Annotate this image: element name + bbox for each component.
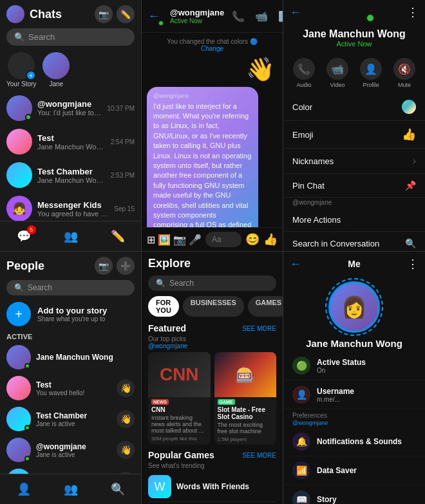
people-avatar-testchamber — [6, 407, 31, 431]
chat-info: @wongmjane You: I'd just like to interje… — [37, 99, 102, 117]
your-story-item[interactable]: + Your Story — [6, 52, 36, 88]
active-status-value: On — [317, 367, 416, 374]
news-badge: NEWS — [151, 399, 169, 405]
user-avatar[interactable] — [6, 5, 24, 23]
online-dot — [24, 363, 30, 369]
wave-button[interactable]: 👋 — [117, 441, 135, 459]
add-story-title: Add to your story — [37, 306, 107, 315]
nav-chat-icon[interactable]: 💬 5 — [14, 227, 33, 246]
people-search[interactable]: 🔍 Search — [6, 280, 135, 295]
ps-me-label: Me — [348, 259, 360, 269]
chat-input-box[interactable]: Aa — [205, 232, 241, 247]
wave-button[interactable]: 👋 — [117, 379, 135, 397]
people-nav-people[interactable]: 👥 — [61, 480, 80, 499]
chat-window-actions: 📞 📹 ℹ️ — [229, 7, 283, 25]
profile-back-icon[interactable]: ← — [290, 6, 301, 19]
chat-name: Test — [37, 133, 106, 143]
grid-icon[interactable]: ⊞ — [147, 234, 155, 246]
menu-emoji[interactable]: Emoji 👍 — [283, 121, 425, 149]
jane-story-item[interactable]: Jane — [42, 52, 70, 88]
card-cnn[interactable]: CNN NEWS CNN Instant breaking news alert… — [148, 352, 211, 445]
game-item-words[interactable]: W Words With Friends — [148, 472, 276, 502]
people-camera-icon[interactable]: 📷 — [95, 257, 113, 275]
chats-panel: Chats 📷 ✏️ 🔍 Search + Your Story Jane @w… — [0, 0, 142, 251]
camera-icon[interactable]: 📷 — [95, 5, 113, 23]
mic-icon[interactable]: 🎤 — [189, 234, 202, 246]
video-icon[interactable]: 📹 — [252, 7, 270, 25]
menu-color[interactable]: Color — [283, 93, 425, 121]
people-item-test[interactable]: Test You waved hello! 👋 — [0, 373, 141, 404]
story-icon: 📖 — [292, 490, 310, 504]
camera-btn-icon[interactable]: 📷 — [173, 234, 186, 246]
profile-icon: 👤 — [360, 58, 382, 80]
people-nav-search[interactable]: 🔍 — [108, 480, 128, 499]
mute-action[interactable]: 🔇 Mute — [393, 58, 415, 88]
nav-compose-icon[interactable]: ✏️ — [108, 227, 128, 246]
tab-for-you[interactable]: FOR YOU — [148, 296, 179, 317]
people-item-testchamber[interactable]: Test Chamber Jane is active 👋 — [0, 404, 141, 434]
data-saver-label: Data Saver — [317, 466, 416, 475]
nav-people-icon[interactable]: 👥 — [61, 227, 80, 246]
video-action[interactable]: 📹 Video — [326, 58, 348, 88]
notifications-item[interactable]: 🔔 Notifications & Sounds — [283, 427, 425, 456]
tab-businesses[interactable]: BUSINESSES — [183, 296, 244, 317]
people-bottom-nav: 👤 👥 🔍 — [0, 474, 141, 504]
menu-search[interactable]: Search in Conversation 🔍 — [283, 232, 425, 251]
chat-window-header: ← @wongmjane Active Now 📞 📹 ℹ️ — [142, 0, 283, 33]
emoji-input-icon[interactable]: 😊 — [245, 232, 260, 247]
username-info: Username m.me/... — [317, 387, 416, 403]
wave-button[interactable]: 👋 — [117, 410, 135, 428]
ps-back-btn[interactable]: ← — [290, 257, 301, 271]
audio-icon: 📞 — [293, 58, 315, 80]
color-label: Color — [292, 102, 312, 112]
people-add-icon[interactable]: ➕ — [117, 257, 135, 275]
people-item-testchamber2[interactable]: Test Chamber Jane is active 👋 — [0, 465, 141, 474]
people-header: People 📷 ➕ — [0, 252, 141, 277]
menu-nicknames[interactable]: Nicknames › — [283, 149, 425, 174]
received-message: @wongmjane I'd just like to interject fo… — [147, 87, 258, 227]
people-nav-profile[interactable]: 👤 — [14, 480, 33, 499]
featured-subtitle: Our top picks @wongmjane — [148, 335, 276, 350]
story-add-btn: + — [26, 70, 36, 80]
explore-title: Explore — [148, 257, 191, 270]
chat-item-wongmjane-1[interactable]: @wongmjane You: I'd just like to interje… — [0, 91, 141, 125]
chat-time: 10:37 PM — [107, 105, 135, 112]
story-item[interactable]: 📖 Story — [283, 485, 425, 504]
explore-search[interactable]: 🔍 Search — [148, 275, 276, 291]
cnn-badge-row: NEWS — [148, 397, 211, 406]
call-icon[interactable]: 📞 — [229, 7, 247, 25]
info-icon[interactable]: ℹ️ — [276, 7, 283, 25]
chat-item-messenger-kids[interactable]: 👧 Messenger Kids You agreed to have Mess… — [0, 192, 141, 221]
image-icon[interactable]: 🖼️ — [158, 234, 171, 246]
data-saver-item[interactable]: 📶 Data Saver — [283, 456, 425, 485]
people-panel: People 📷 ➕ 🔍 Search + Add to your story … — [0, 251, 142, 504]
profile-action[interactable]: 👤 Profile — [360, 58, 382, 88]
tab-games[interactable]: GAMES — [248, 296, 283, 317]
people-avatar-test — [6, 376, 31, 400]
people-item-jane[interactable]: Jane Manchun Wong — [0, 342, 141, 373]
more-icon[interactable]: ⋮ — [407, 5, 419, 19]
slot-card-image: 🎰 — [214, 352, 277, 397]
chats-search[interactable]: 🔍 Search — [6, 28, 135, 46]
chat-item-test[interactable]: Test Jane Manchun Wong sent an actio... … — [0, 125, 141, 158]
card-slot[interactable]: 🎰 GAME Slot Mate - Free Slot Casino The … — [214, 352, 277, 445]
people-info: Jane Manchun Wong — [36, 353, 135, 362]
people-item-wongmjane[interactable]: @wongmjane Jane is active 👋 — [0, 434, 141, 465]
menu-pin-chat[interactable]: Pin Chat 📌 — [283, 174, 425, 198]
chat-item-testchamber-1[interactable]: Test Chamber Jane Manchun Wong sent an a… — [0, 158, 141, 192]
ps-more-icon[interactable]: ⋮ — [407, 257, 419, 271]
featured-see-more[interactable]: SEE MORE — [242, 325, 276, 332]
people-info: @wongmjane Jane is active — [36, 442, 111, 458]
add-story-subtitle: Share what you're up to — [37, 315, 107, 322]
popular-games-see-more[interactable]: SEE MORE — [242, 452, 276, 459]
add-story-item[interactable]: + Add to your story Share what you're up… — [0, 298, 141, 330]
game-name: Words With Friends — [176, 482, 249, 491]
username-item[interactable]: 👤 Username m.me/... — [283, 380, 425, 409]
cnn-card-image: CNN — [148, 352, 211, 397]
compose-icon[interactable]: ✏️ — [117, 5, 135, 23]
like-send-btn[interactable]: 👍 — [263, 232, 278, 247]
audio-action[interactable]: 📞 Audio — [293, 58, 315, 88]
change-link[interactable]: Change — [201, 45, 223, 52]
menu-more-actions[interactable]: More Actions — [283, 209, 425, 232]
active-status-item[interactable]: 🟢 Active Status On — [283, 351, 425, 380]
